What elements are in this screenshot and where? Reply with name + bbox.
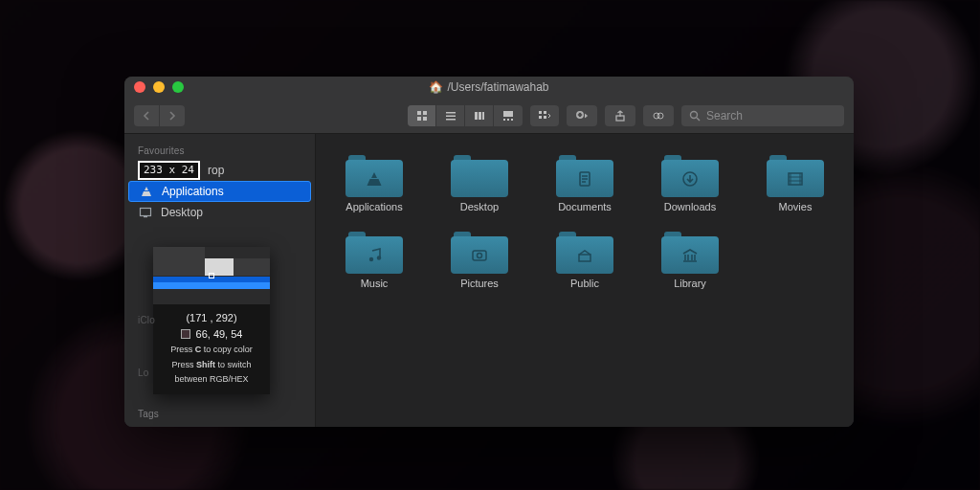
svg-rect-12 xyxy=(507,119,509,121)
folder-label: Pictures xyxy=(460,278,499,289)
svg-point-22 xyxy=(691,111,698,118)
path-text: /Users/fatimawahab xyxy=(447,80,548,94)
search-icon xyxy=(689,110,701,122)
svg-rect-23 xyxy=(141,209,151,216)
action-menu-button[interactable] xyxy=(567,105,597,126)
svg-rect-11 xyxy=(503,119,505,121)
window-title: 🏠 /Users/fatimawahab xyxy=(124,80,854,94)
svg-rect-4 xyxy=(446,112,456,114)
folder-icon xyxy=(556,155,613,197)
folder-music[interactable]: Music xyxy=(322,226,427,295)
folder-icon xyxy=(556,232,613,274)
zoom-area xyxy=(153,247,270,304)
svg-point-29 xyxy=(377,256,381,259)
content-area[interactable]: ApplicationsDesktopDocumentsDownloadsMov… xyxy=(316,134,854,427)
sidebar-item-applications[interactable]: Applications xyxy=(128,181,311,202)
folder-label: Music xyxy=(361,278,389,289)
folder-label: Movies xyxy=(779,201,813,212)
folder-label: Documents xyxy=(558,201,612,212)
svg-rect-2 xyxy=(417,117,421,121)
svg-rect-16 xyxy=(539,116,542,119)
tags-label: Tags xyxy=(124,403,315,423)
folder-icon xyxy=(767,155,824,197)
svg-rect-17 xyxy=(544,116,546,119)
sidebar-item-airdrop[interactable]: 233 x 24 rop xyxy=(124,160,315,181)
nav-buttons xyxy=(134,105,185,126)
view-mode-group xyxy=(408,105,523,126)
svg-rect-14 xyxy=(539,111,542,114)
list-view-button[interactable] xyxy=(436,105,465,126)
svg-point-28 xyxy=(369,256,373,260)
svg-rect-5 xyxy=(446,115,456,117)
desktop-label: Desktop xyxy=(161,206,203,219)
color-swatch xyxy=(181,329,190,339)
search-placeholder: Search xyxy=(706,109,743,122)
hint-line-1: Press C to copy color xyxy=(159,344,264,357)
favourites-label: Favourites xyxy=(124,140,315,160)
folder-icon xyxy=(451,155,508,197)
icloud-label: iClo xyxy=(124,309,315,329)
folder-desktop[interactable]: Desktop xyxy=(427,149,532,218)
sidebar: Favourites 233 x 24 rop Applications Des… xyxy=(124,134,316,427)
svg-rect-30 xyxy=(473,251,486,260)
svg-rect-6 xyxy=(446,119,456,121)
tags-button[interactable] xyxy=(643,105,674,126)
folder-public[interactable]: Public xyxy=(532,226,637,295)
airdrop-truncated-label: rop xyxy=(208,164,224,177)
folder-icon xyxy=(345,155,403,197)
folder-documents[interactable]: Documents xyxy=(532,149,637,218)
folder-library[interactable]: Library xyxy=(637,226,743,295)
app-icon xyxy=(139,184,154,199)
folder-movies[interactable]: Movies xyxy=(743,149,848,218)
svg-rect-15 xyxy=(544,111,546,114)
folder-label: Applications xyxy=(345,201,402,212)
svg-rect-32 xyxy=(579,255,590,261)
folder-label: Desktop xyxy=(460,201,499,212)
gallery-view-button[interactable] xyxy=(494,105,523,126)
crosshair-icon xyxy=(209,273,214,278)
pixel-size-badge: 233 x 24 xyxy=(138,161,200,179)
column-view-button[interactable] xyxy=(465,105,494,126)
folder-applications[interactable]: Applications xyxy=(322,149,427,218)
folder-pictures[interactable]: Pictures xyxy=(427,226,532,295)
folder-grid: ApplicationsDesktopDocumentsDownloadsMov… xyxy=(322,149,848,295)
folder-icon xyxy=(661,155,719,197)
search-field[interactable]: Search xyxy=(681,105,844,126)
folder-label: Library xyxy=(674,278,706,289)
folder-label: Downloads xyxy=(664,201,716,212)
folder-downloads[interactable]: Downloads xyxy=(637,149,743,218)
locations-label: Lo xyxy=(124,362,315,382)
folder-icon xyxy=(451,232,508,274)
svg-point-21 xyxy=(657,113,663,119)
arrange-button[interactable] xyxy=(530,105,559,126)
toolbar: Search xyxy=(124,98,854,134)
svg-rect-13 xyxy=(511,119,513,121)
sidebar-item-desktop[interactable]: Desktop xyxy=(124,202,315,223)
svg-rect-10 xyxy=(503,111,513,117)
svg-rect-9 xyxy=(482,112,484,120)
folder-icon xyxy=(661,232,719,274)
share-button[interactable] xyxy=(605,105,635,126)
finder-window: 🏠 /Users/fatimawahab xyxy=(124,77,854,427)
forward-button[interactable] xyxy=(160,105,185,126)
svg-rect-24 xyxy=(144,216,147,217)
svg-rect-1 xyxy=(423,111,427,115)
titlebar[interactable]: 🏠 /Users/fatimawahab xyxy=(124,77,854,98)
desktop-icon xyxy=(138,205,153,220)
tag-terminal[interactable]: Terminal xyxy=(124,423,315,427)
applications-label: Applications xyxy=(162,185,224,198)
back-button[interactable] xyxy=(134,105,159,126)
icon-view-button[interactable] xyxy=(408,105,436,126)
svg-point-31 xyxy=(478,253,482,257)
arrange-group xyxy=(530,105,559,126)
svg-rect-0 xyxy=(417,111,421,115)
folder-icon xyxy=(345,232,403,274)
svg-rect-3 xyxy=(423,117,427,121)
folder-label: Public xyxy=(570,278,599,289)
svg-rect-7 xyxy=(475,112,478,120)
home-icon: 🏠 xyxy=(429,80,443,94)
svg-rect-8 xyxy=(479,112,481,120)
